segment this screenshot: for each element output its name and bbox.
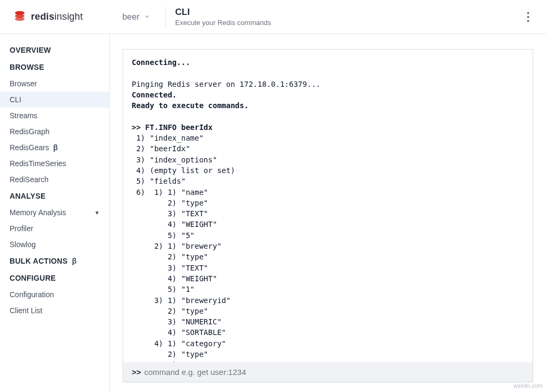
sidebar-item-configuration[interactable]: Configuration (0, 287, 109, 303)
terminal-output: Connecting... Pinging Redis server on 17… (123, 50, 533, 362)
page-subtitle: Execute your Redis commands (175, 19, 271, 27)
sidebar-item-slowlog[interactable]: Slowlog (0, 236, 109, 252)
command-input[interactable] (144, 368, 524, 377)
sidebar-item-label: RediSearch (10, 175, 49, 184)
sidebar-item-redisgraph[interactable]: RedisGraph (0, 124, 109, 140)
terminal-panel: Connecting... Pinging Redis server on 17… (123, 49, 533, 382)
sidebar-item-streams[interactable]: Streams (0, 108, 109, 124)
caret-down-icon: ▼ (94, 210, 100, 216)
page-title-block: CLI Execute your Redis commands (175, 7, 271, 27)
sidebar-section-header: OVERVIEW (0, 42, 109, 59)
beta-badge: β (51, 143, 58, 152)
sidebar-item-label: RedisTimeSeries (10, 159, 66, 168)
sidebar-item-label: Memory Analysis (10, 208, 66, 217)
svg-point-5 (527, 20, 529, 22)
sidebar-section-header: ANALYSE (0, 187, 109, 205)
svg-point-4 (527, 16, 529, 18)
sidebar-item-redisgears[interactable]: RedisGears β (0, 140, 109, 156)
sidebar-item-label: Slowlog (10, 240, 36, 249)
redis-logo-icon (13, 9, 27, 25)
prompt-symbol: >> (132, 368, 141, 377)
chevron-down-icon (144, 12, 150, 22)
sidebar-section-header: CONFIGURE (0, 270, 109, 287)
sidebar-item-label: Client List (10, 306, 42, 315)
database-name: beer (122, 12, 139, 22)
sidebar-section-header: BROWSE (0, 59, 109, 76)
sidebar-item-redistimeseries[interactable]: RedisTimeSeries (0, 156, 109, 172)
page-title: CLI (175, 7, 271, 18)
main-content: Connecting... Pinging Redis server on 17… (110, 34, 546, 392)
logo-text: redisinsight (31, 11, 83, 22)
sidebar-item-label: RedisGraph (10, 127, 50, 136)
sidebar-item-browser[interactable]: Browser (0, 76, 109, 92)
svg-point-2 (15, 17, 25, 21)
sidebar-item-cli[interactable]: CLI (0, 92, 109, 108)
sidebar-item-client-list[interactable]: Client List (0, 303, 109, 318)
database-selector[interactable]: beer (117, 9, 155, 25)
sidebar-item-label: RedisGears β (10, 143, 58, 152)
divider (165, 6, 166, 28)
sidebar-item-label: Streams (10, 111, 37, 120)
sidebar-section-header: BULK ACTIONS β (0, 252, 109, 270)
header: redisinsight beer CLI Execute your Redis… (0, 0, 546, 34)
sidebar-item-label: Configuration (10, 290, 54, 299)
sidebar: OVERVIEWBROWSEBrowserCLIStreamsRedisGrap… (0, 34, 110, 392)
watermark: wsxdn.com (513, 382, 543, 389)
sidebar-item-label: Browser (10, 79, 37, 88)
sidebar-item-label: Profiler (10, 224, 33, 233)
logo[interactable]: redisinsight (13, 9, 83, 25)
more-menu-button[interactable] (518, 7, 537, 27)
sidebar-item-memory-analysis[interactable]: Memory Analysis▼ (0, 205, 109, 220)
sidebar-item-redisearch[interactable]: RediSearch (0, 172, 109, 187)
sidebar-item-label: CLI (10, 95, 21, 104)
command-input-row[interactable]: >> (123, 362, 533, 382)
sidebar-item-profiler[interactable]: Profiler (0, 220, 109, 236)
svg-point-3 (527, 12, 529, 14)
